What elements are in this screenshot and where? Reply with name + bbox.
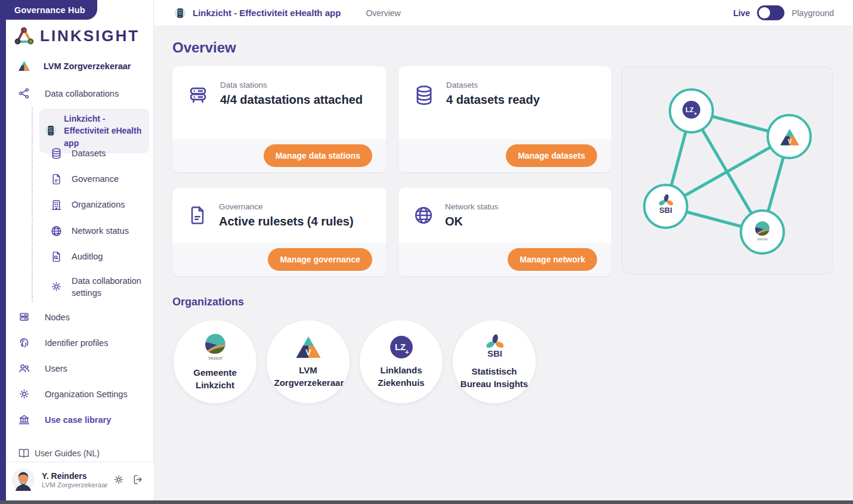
sidebar-item-network-status[interactable]: Network status (50, 225, 156, 237)
lvm-triangle-logo: V (295, 335, 322, 360)
sidebar-item-label: Network status (72, 225, 156, 237)
organizations-section-title: Organizations (172, 296, 244, 308)
sbi-petals-logo: SBI (482, 333, 507, 361)
page-title: Overview (172, 39, 236, 56)
organization-name: Statistisch Bureau Insights (461, 365, 529, 390)
svg-text:+: + (405, 348, 409, 355)
svg-text:SBI: SBI (487, 348, 502, 358)
breadcrumb-current-page: Overview (366, 8, 400, 18)
sidebar-item-governance[interactable]: Governance (50, 173, 156, 185)
organization-statistisch-bureau-insights[interactable]: SBI Statistisch Bureau Insights (453, 320, 536, 403)
sidebar-item-label: Nodes (45, 313, 70, 322)
sidebar-item-data-collaborations[interactable]: Data collaborations (18, 87, 119, 100)
users-icon (18, 362, 30, 375)
svg-text:LZ: LZ (394, 342, 405, 352)
breadcrumb-app-title[interactable]: Linkzicht - Effectiviteit eHealth app (193, 8, 341, 18)
sidebar-item-label: Data collaborations (45, 89, 119, 98)
sidebar-accent-stripe (0, 0, 6, 500)
card-label: Data stations (220, 81, 363, 89)
linksight-logo-icon (13, 26, 35, 46)
server-stack-icon (18, 311, 30, 323)
graph-node-linklands-ziekenhuis[interactable]: LZ + (670, 89, 713, 132)
organization-gemeente-linkzicht[interactable]: 'inkzicht' Gemeente Linkzicht (174, 320, 256, 403)
sidebar-item-users[interactable]: Users (18, 362, 67, 375)
network-graph: LZ + V (622, 67, 833, 274)
topbar: Linkzicht - Effectiviteit eHealth app Ov… (154, 0, 853, 26)
datastation-icon (187, 84, 209, 107)
lz-circle-logo: LZ + (389, 335, 414, 360)
sidebar-item-label: User Guides (NL) (35, 449, 100, 458)
sidebar-item-datasets[interactable]: Datasets (50, 147, 156, 160)
sidebar-item-auditlog[interactable]: Auditlog (50, 251, 156, 263)
card-title: 4/4 datastations attached (220, 92, 363, 107)
card-title: 4 datasets ready (446, 92, 540, 107)
library-icon (18, 413, 30, 426)
manage-data-stations-button[interactable]: Manage data stations (264, 144, 372, 167)
sidebar-item-organization-settings[interactable]: Organization Settings (18, 388, 128, 400)
user-footer: Y. Reinders LVM Zorgverzekeraar (0, 462, 154, 497)
building-icon (50, 199, 63, 211)
sidebar-item-label: Auditlog (72, 251, 156, 263)
card-title: OK (445, 214, 498, 229)
user-organization: LVM Zorgverzekeraar (42, 481, 113, 488)
card-label: Datasets (446, 81, 540, 89)
sidebar-item-label: Organizations (72, 199, 156, 211)
graph-node-statistisch-bureau-insights[interactable]: SBI (644, 185, 687, 228)
user-name: Y. Reinders (42, 471, 113, 481)
sidebar-item-label: Identifier profiles (45, 338, 108, 348)
manage-datasets-button[interactable]: Manage datasets (506, 144, 597, 167)
svg-text:+: + (694, 111, 697, 117)
sidebar-item-organizations[interactable]: Organizations (50, 199, 156, 211)
sidebar-item-organization[interactable]: LVM Zorgverzekeraar (18, 60, 131, 72)
toggle-knob (759, 7, 770, 18)
card-governance: Governance Active rulesets (4 rules) Man… (172, 188, 387, 276)
sidebar-item-label: Governance (72, 174, 156, 185)
document-icon (50, 173, 63, 185)
manage-governance-button[interactable]: Manage governance (268, 248, 372, 271)
gear-icon (50, 280, 63, 293)
database-icon (413, 84, 435, 107)
organization-lvm-zorgverzekeraar[interactable]: V LVM Zorgverzekeraar (267, 320, 350, 403)
logout-icon[interactable] (132, 474, 144, 486)
sidebar-org-label: LVM Zorgverzekeraar (44, 61, 131, 71)
sidebar-item-label: Organization Settings (45, 389, 128, 399)
organization-linklands-ziekenhuis[interactable]: LZ + Linklands Ziekenhuis (360, 320, 443, 403)
sidebar-item-use-case-library[interactable]: Use case library (18, 413, 111, 426)
lvm-triangle-logo-icon (18, 60, 30, 72)
graph-node-lvm-zorgverzekeraar[interactable]: V (768, 115, 811, 158)
main-content: Overview Data stations 4/4 datastations … (154, 26, 853, 504)
sidebar-item-label: Datasets (72, 148, 156, 160)
graph-node-gemeente-linkzicht[interactable]: 'inkzicht' (741, 211, 784, 253)
window-bottom-edge (0, 500, 853, 504)
sidebar: LINKSIGHT LVM Zorgverzekeraar Data colla… (0, 0, 154, 500)
sidebar-item-label: Data collaboration settings (72, 276, 156, 299)
organization-name: Gemeente Linkzicht (181, 366, 249, 391)
organization-name: Linklands Ziekenhuis (367, 364, 435, 389)
gear-icon (18, 388, 30, 400)
svg-text:LZ: LZ (685, 106, 694, 113)
organization-name: LVM Zorgverzekeraar (274, 364, 342, 389)
ehealth-app-icon (174, 7, 187, 20)
svg-text:V: V (787, 138, 792, 145)
fingerprint-icon (18, 336, 30, 349)
globe-icon (50, 225, 63, 237)
sidebar-item-collaboration-settings[interactable]: Data collaboration settings (50, 276, 156, 299)
book-icon (18, 447, 30, 459)
user-settings-gear-icon[interactable] (113, 474, 125, 486)
card-network-status: Network status OK Manage network (398, 188, 611, 276)
sidebar-item-label: Use case library (45, 415, 111, 425)
live-playground-toggle[interactable] (757, 5, 784, 20)
governance-hub-app: LINKSIGHT LVM Zorgverzekeraar Data colla… (0, 0, 853, 504)
sidebar-item-identifier-profiles[interactable]: Identifier profiles (18, 336, 108, 349)
svg-text:V: V (305, 348, 311, 357)
svg-text:'inkzicht': 'inkzicht' (208, 356, 222, 360)
sidebar-item-user-guides[interactable]: User Guides (NL) (18, 447, 100, 459)
database-icon (50, 147, 63, 160)
sidebar-item-active-collaboration[interactable]: Linkzicht - Effectiviteit eHealth app (39, 109, 149, 153)
linksight-logo: LINKSIGHT (13, 26, 140, 46)
mode-playground-label: Playground (792, 8, 834, 18)
card-label: Governance (219, 202, 354, 211)
card-label: Network status (445, 202, 498, 211)
sidebar-item-nodes[interactable]: Nodes (18, 311, 70, 323)
manage-network-button[interactable]: Manage network (508, 248, 597, 271)
